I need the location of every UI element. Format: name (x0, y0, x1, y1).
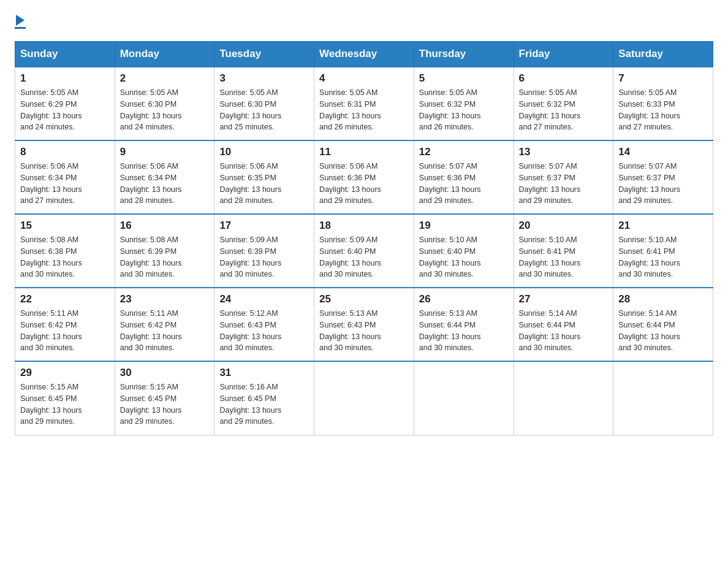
day-info: Sunrise: 5:11 AM Sunset: 6:42 PM Dayligh… (20, 308, 110, 354)
day-info: Sunrise: 5:07 AM Sunset: 6:37 PM Dayligh… (519, 161, 609, 207)
calendar-cell: 20 Sunrise: 5:10 AM Sunset: 6:41 PM Dayl… (514, 214, 613, 288)
column-header-saturday: Saturday (613, 42, 713, 67)
calendar-cell: 2 Sunrise: 5:05 AM Sunset: 6:30 PM Dayli… (115, 67, 214, 140)
calendar-week-row: 22 Sunrise: 5:11 AM Sunset: 6:42 PM Dayl… (15, 288, 713, 361)
calendar-cell: 12 Sunrise: 5:07 AM Sunset: 6:36 PM Dayl… (414, 140, 514, 214)
day-info: Sunrise: 5:06 AM Sunset: 6:34 PM Dayligh… (120, 161, 210, 207)
calendar-cell: 6 Sunrise: 5:05 AM Sunset: 6:32 PM Dayli… (514, 67, 613, 140)
day-number: 3 (219, 72, 309, 85)
calendar-cell: 10 Sunrise: 5:06 AM Sunset: 6:35 PM Dayl… (214, 140, 314, 214)
day-number: 11 (319, 146, 409, 158)
day-info: Sunrise: 5:08 AM Sunset: 6:38 PM Dayligh… (20, 234, 110, 280)
day-number: 13 (519, 146, 609, 158)
day-info: Sunrise: 5:05 AM Sunset: 6:31 PM Dayligh… (319, 87, 409, 133)
calendar-cell: 11 Sunrise: 5:06 AM Sunset: 6:36 PM Dayl… (314, 140, 414, 214)
calendar-cell: 19 Sunrise: 5:10 AM Sunset: 6:40 PM Dayl… (414, 214, 514, 288)
day-number: 24 (219, 293, 309, 305)
day-number: 10 (219, 146, 309, 158)
logo-underline (15, 27, 26, 29)
day-number: 6 (519, 72, 609, 85)
calendar-cell: 3 Sunrise: 5:05 AM Sunset: 6:30 PM Dayli… (214, 67, 314, 140)
calendar-cell: 14 Sunrise: 5:07 AM Sunset: 6:37 PM Dayl… (613, 140, 713, 214)
calendar-cell: 13 Sunrise: 5:07 AM Sunset: 6:37 PM Dayl… (514, 140, 613, 214)
day-info: Sunrise: 5:16 AM Sunset: 6:45 PM Dayligh… (219, 381, 309, 427)
day-number: 5 (419, 72, 509, 85)
day-number: 2 (120, 72, 210, 85)
column-header-wednesday: Wednesday (314, 42, 414, 67)
calendar-cell (613, 361, 713, 435)
calendar-cell: 17 Sunrise: 5:09 AM Sunset: 6:39 PM Dayl… (214, 214, 314, 288)
calendar-cell: 4 Sunrise: 5:05 AM Sunset: 6:31 PM Dayli… (314, 67, 414, 140)
calendar-cell: 28 Sunrise: 5:14 AM Sunset: 6:44 PM Dayl… (613, 288, 713, 361)
day-number: 23 (120, 293, 210, 305)
logo (15, 15, 26, 29)
calendar-cell: 30 Sunrise: 5:15 AM Sunset: 6:45 PM Dayl… (115, 361, 214, 435)
day-number: 26 (419, 293, 509, 305)
calendar-cell: 9 Sunrise: 5:06 AM Sunset: 6:34 PM Dayli… (115, 140, 214, 214)
calendar-cell: 31 Sunrise: 5:16 AM Sunset: 6:45 PM Dayl… (214, 361, 314, 435)
page-header (15, 15, 713, 29)
calendar-cell: 16 Sunrise: 5:08 AM Sunset: 6:39 PM Dayl… (115, 214, 214, 288)
day-number: 15 (20, 220, 110, 232)
day-number: 18 (319, 220, 409, 232)
calendar-cell: 18 Sunrise: 5:09 AM Sunset: 6:40 PM Dayl… (314, 214, 414, 288)
calendar-cell: 21 Sunrise: 5:10 AM Sunset: 6:41 PM Dayl… (613, 214, 713, 288)
calendar-cell (514, 361, 613, 435)
calendar-cell: 8 Sunrise: 5:06 AM Sunset: 6:34 PM Dayli… (15, 140, 115, 214)
day-number: 27 (519, 293, 609, 305)
calendar-cell: 1 Sunrise: 5:05 AM Sunset: 6:29 PM Dayli… (15, 67, 115, 140)
day-number: 14 (618, 146, 708, 158)
day-info: Sunrise: 5:10 AM Sunset: 6:41 PM Dayligh… (519, 234, 609, 280)
column-header-sunday: Sunday (15, 42, 115, 67)
day-number: 20 (519, 220, 609, 232)
day-info: Sunrise: 5:06 AM Sunset: 6:36 PM Dayligh… (319, 161, 409, 207)
calendar-cell: 5 Sunrise: 5:05 AM Sunset: 6:32 PM Dayli… (414, 67, 514, 140)
calendar-cell: 29 Sunrise: 5:15 AM Sunset: 6:45 PM Dayl… (15, 361, 115, 435)
day-info: Sunrise: 5:15 AM Sunset: 6:45 PM Dayligh… (120, 381, 210, 427)
calendar-week-row: 29 Sunrise: 5:15 AM Sunset: 6:45 PM Dayl… (15, 361, 713, 435)
day-number: 30 (120, 367, 210, 379)
calendar-cell: 26 Sunrise: 5:13 AM Sunset: 6:44 PM Dayl… (414, 288, 514, 361)
day-number: 29 (20, 367, 110, 379)
day-info: Sunrise: 5:05 AM Sunset: 6:30 PM Dayligh… (219, 87, 309, 133)
day-info: Sunrise: 5:09 AM Sunset: 6:40 PM Dayligh… (319, 234, 409, 280)
day-info: Sunrise: 5:15 AM Sunset: 6:45 PM Dayligh… (20, 381, 110, 427)
day-info: Sunrise: 5:05 AM Sunset: 6:30 PM Dayligh… (120, 87, 210, 133)
day-info: Sunrise: 5:05 AM Sunset: 6:33 PM Dayligh… (618, 87, 708, 133)
calendar-week-row: 1 Sunrise: 5:05 AM Sunset: 6:29 PM Dayli… (15, 67, 713, 140)
day-info: Sunrise: 5:13 AM Sunset: 6:44 PM Dayligh… (419, 308, 509, 354)
day-number: 17 (219, 220, 309, 232)
calendar-cell: 22 Sunrise: 5:11 AM Sunset: 6:42 PM Dayl… (15, 288, 115, 361)
calendar-cell: 24 Sunrise: 5:12 AM Sunset: 6:43 PM Dayl… (214, 288, 314, 361)
column-header-friday: Friday (514, 42, 613, 67)
day-number: 9 (120, 146, 210, 158)
calendar-header-row: SundayMondayTuesdayWednesdayThursdayFrid… (15, 42, 713, 67)
calendar-cell: 23 Sunrise: 5:11 AM Sunset: 6:42 PM Dayl… (115, 288, 214, 361)
day-number: 28 (618, 293, 708, 305)
day-info: Sunrise: 5:11 AM Sunset: 6:42 PM Dayligh… (120, 308, 210, 354)
day-info: Sunrise: 5:06 AM Sunset: 6:34 PM Dayligh… (20, 161, 110, 207)
day-info: Sunrise: 5:14 AM Sunset: 6:44 PM Dayligh… (519, 308, 609, 354)
day-number: 31 (219, 367, 309, 379)
calendar-cell: 25 Sunrise: 5:13 AM Sunset: 6:43 PM Dayl… (314, 288, 414, 361)
day-number: 25 (319, 293, 409, 305)
day-number: 21 (618, 220, 708, 232)
calendar-week-row: 8 Sunrise: 5:06 AM Sunset: 6:34 PM Dayli… (15, 140, 713, 214)
calendar-cell: 7 Sunrise: 5:05 AM Sunset: 6:33 PM Dayli… (613, 67, 713, 140)
day-info: Sunrise: 5:05 AM Sunset: 6:32 PM Dayligh… (419, 87, 509, 133)
day-info: Sunrise: 5:10 AM Sunset: 6:40 PM Dayligh… (419, 234, 509, 280)
day-number: 8 (20, 146, 110, 158)
day-info: Sunrise: 5:05 AM Sunset: 6:29 PM Dayligh… (20, 87, 110, 133)
day-number: 12 (419, 146, 509, 158)
day-info: Sunrise: 5:10 AM Sunset: 6:41 PM Dayligh… (618, 234, 708, 280)
day-info: Sunrise: 5:13 AM Sunset: 6:43 PM Dayligh… (319, 308, 409, 354)
day-info: Sunrise: 5:07 AM Sunset: 6:36 PM Dayligh… (419, 161, 509, 207)
day-info: Sunrise: 5:14 AM Sunset: 6:44 PM Dayligh… (618, 308, 708, 354)
day-info: Sunrise: 5:05 AM Sunset: 6:32 PM Dayligh… (519, 87, 609, 133)
day-info: Sunrise: 5:12 AM Sunset: 6:43 PM Dayligh… (219, 308, 309, 354)
day-number: 19 (419, 220, 509, 232)
calendar-table: SundayMondayTuesdayWednesdayThursdayFrid… (15, 41, 713, 435)
day-number: 7 (618, 72, 708, 85)
calendar-week-row: 15 Sunrise: 5:08 AM Sunset: 6:38 PM Dayl… (15, 214, 713, 288)
day-info: Sunrise: 5:07 AM Sunset: 6:37 PM Dayligh… (618, 161, 708, 207)
